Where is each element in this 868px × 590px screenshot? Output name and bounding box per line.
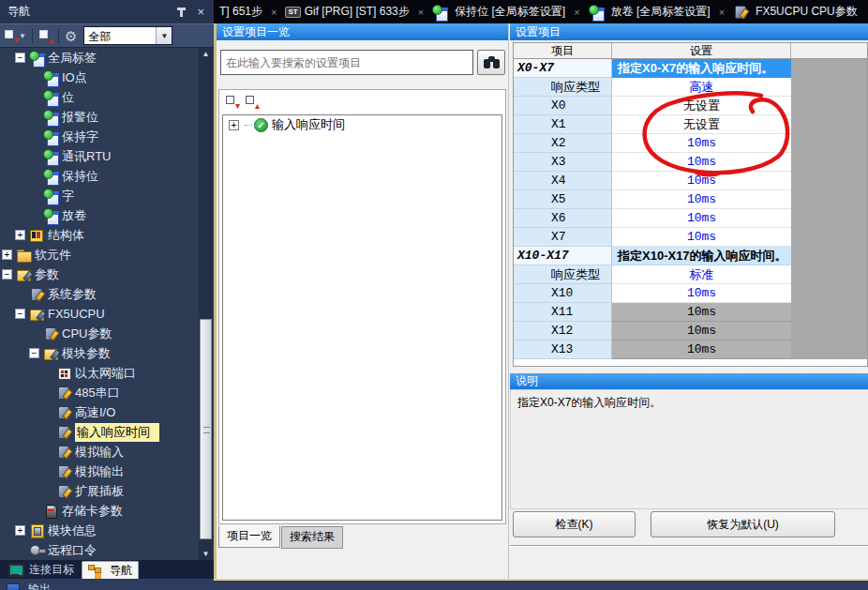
tab-close-icon[interactable]: ×	[415, 7, 427, 18]
expand-icon[interactable]	[15, 525, 25, 536]
table-row[interactable]: X1无设置	[514, 115, 791, 134]
nav-item-word[interactable]: 字	[0, 186, 199, 205]
restore-default-button[interactable]: 恢复为默认(U)	[651, 511, 835, 537]
nav-item-cpu-params[interactable]: CPU参数	[0, 324, 199, 343]
parameter-icon	[733, 5, 748, 19]
value-dropdown[interactable]: 10ms	[612, 190, 791, 209]
value-cell[interactable]: 无设置	[612, 97, 791, 115]
nav-item-analog-output[interactable]: 模拟输出	[0, 461, 199, 481]
table-row[interactable]: X10-X17指定X10-X17的输入响应时间。	[514, 247, 791, 265]
pin-icon[interactable]	[177, 7, 186, 17]
nav-item-ethernet-port[interactable]: 以太网端口	[0, 363, 199, 383]
nav-item-parameters[interactable]: 参数	[0, 265, 199, 284]
table-row: X1110ms	[514, 303, 791, 322]
tree-expand-icon[interactable]	[38, 29, 52, 42]
doc-tab-holdbits-labels[interactable]: 保持位 [全局标签设置]	[427, 0, 571, 23]
label-table-icon	[43, 169, 58, 183]
nav-bottom-tabbar: 连接目标 导航	[0, 560, 214, 579]
table-row[interactable]: X610ms	[514, 209, 791, 228]
tree-expand-all-icon[interactable]	[245, 95, 259, 108]
chevron-down-icon[interactable]: ▼	[19, 32, 26, 40]
nav-item-system-params[interactable]: 系统参数	[0, 284, 199, 304]
table-row[interactable]: X210ms	[514, 134, 791, 153]
tab-close-icon[interactable]: ×	[716, 7, 727, 18]
collapse-icon[interactable]	[29, 348, 39, 358]
nav-item-module-info[interactable]: 模块信息	[0, 521, 199, 540]
nav-item-bit[interactable]: 位	[0, 87, 199, 107]
table-row[interactable]: X0-X7指定X0-X7的输入响应时间。	[514, 59, 791, 78]
value-dropdown[interactable]: 高速	[612, 78, 791, 97]
tab-close-icon[interactable]: ×	[268, 7, 279, 18]
nav-item-module-params[interactable]: 模块参数	[0, 343, 199, 363]
doc-tab-unwind-labels[interactable]: 放卷 [全局标签设置]	[583, 0, 716, 23]
tab-item-list[interactable]: 项目一览	[218, 525, 280, 548]
nav-item-hold-words[interactable]: 保持字	[0, 127, 199, 146]
nav-item-alarm-bits[interactable]: 报警位	[0, 107, 199, 127]
scroll-down-icon[interactable]: ▼	[199, 548, 213, 560]
nav-item-io-points[interactable]: IO点	[0, 68, 199, 87]
value-dropdown[interactable]: 10ms	[612, 172, 791, 190]
expand-icon[interactable]	[2, 250, 12, 260]
nav-scrollbar[interactable]: ▲ ▼	[199, 48, 213, 560]
nav-item-global-labels[interactable]: 全局标签	[0, 48, 199, 68]
scroll-up-icon[interactable]: ▲	[199, 48, 213, 60]
table-row[interactable]: 响应类型高速	[514, 78, 791, 97]
value-cell[interactable]: 无设置	[612, 115, 791, 134]
collapse-icon[interactable]	[15, 309, 25, 319]
search-button[interactable]	[477, 50, 505, 75]
nav-filter-dropdown[interactable]: 全部 ▼	[83, 26, 172, 45]
item-list-title: 设置项目一览	[222, 24, 290, 40]
nav-item-high-speed-io[interactable]: 高速I/O	[0, 402, 199, 422]
tab-search-result[interactable]: 搜索结果	[281, 526, 343, 549]
tab-navigation[interactable]: 导航	[82, 561, 139, 579]
close-icon[interactable]: ×	[195, 6, 206, 18]
table-row[interactable]: X1010ms	[514, 284, 791, 303]
nav-item-input-response-time[interactable]: 输入响应时间	[0, 422, 199, 442]
scrollbar-thumb[interactable]	[200, 319, 212, 539]
nav-item-485-serial[interactable]: 485串口	[0, 383, 199, 402]
value-dropdown[interactable]: 10ms	[612, 228, 791, 247]
collapse-icon[interactable]	[2, 269, 12, 280]
nav-item-structures[interactable]: 结构体	[0, 225, 199, 245]
table-row[interactable]: 响应类型标准	[514, 265, 791, 284]
tab-close-icon[interactable]: ×	[571, 7, 582, 18]
nav-item-analog-input[interactable]: 模拟输入	[0, 442, 199, 461]
gear-icon[interactable]: ⚙	[65, 29, 77, 43]
value-dropdown[interactable]: 10ms	[612, 153, 791, 172]
doc-tab-program-651[interactable]: T] 651步	[214, 0, 268, 23]
nav-item-comm-rtu[interactable]: 通讯RTU	[0, 146, 199, 166]
search-input[interactable]	[220, 50, 473, 75]
parameter-icon	[56, 484, 71, 498]
description-title: 说明	[516, 373, 538, 389]
nav-item-unwind[interactable]: 放卷	[0, 205, 199, 225]
nav-item-fx5ucpu[interactable]: FX5UCPU	[0, 304, 199, 324]
nav-item-remote-password[interactable]: 远程口令	[0, 540, 199, 560]
nav-item-devices[interactable]: 软元件	[0, 245, 199, 265]
check-button[interactable]: 检查(K)	[513, 511, 636, 537]
output-dock[interactable]: 输出	[6, 582, 51, 590]
value-dropdown[interactable]: 10ms	[612, 209, 791, 228]
doc-tab-gif-program[interactable]: ST Gif [PRG] [ST] 633步	[279, 0, 414, 23]
password-icon	[29, 543, 44, 557]
nav-item-expansion-board[interactable]: 扩展插板	[0, 481, 199, 501]
value-dropdown[interactable]: 标准	[612, 265, 791, 284]
table-row[interactable]: X710ms	[514, 228, 791, 247]
tab-connection-destination[interactable]: 连接目标	[2, 561, 80, 579]
nav-item-hold-bits[interactable]: 保持位	[0, 166, 199, 186]
chevron-down-icon[interactable]: ▼	[156, 27, 172, 44]
label-table-icon	[43, 110, 58, 124]
doc-tab-cpu-parameter[interactable]: FX5UCPU CPU参数	[727, 0, 863, 23]
table-row[interactable]: X510ms	[514, 190, 791, 209]
tree-collapse-all-icon[interactable]	[225, 95, 239, 108]
item-tree-root[interactable]: 输入响应时间	[223, 115, 501, 134]
tree-collapse-all-icon[interactable]	[4, 29, 18, 42]
value-dropdown[interactable]: 10ms	[612, 134, 791, 153]
table-row[interactable]: X0无设置	[514, 97, 791, 115]
table-row[interactable]: X310ms	[514, 153, 791, 172]
table-row[interactable]: X410ms	[514, 172, 791, 190]
expand-icon[interactable]	[15, 230, 25, 240]
collapse-icon[interactable]	[15, 53, 25, 63]
nav-item-memory-card-params[interactable]: 存储卡参数	[0, 501, 199, 521]
expand-icon[interactable]	[229, 120, 239, 130]
value-dropdown[interactable]: 10ms	[612, 284, 791, 303]
